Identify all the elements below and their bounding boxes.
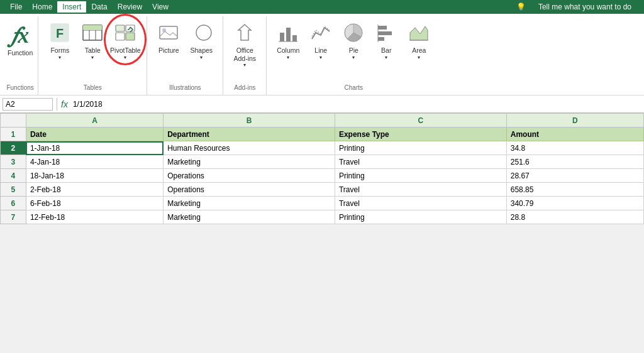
addins-group-label: Add-ins xyxy=(223,84,266,91)
bar-chart-icon xyxy=(374,20,399,45)
table-cell[interactable]: Human Resources xyxy=(164,141,335,155)
menu-home[interactable]: Home xyxy=(27,1,57,13)
table-cell[interactable]: 340.79 xyxy=(506,197,643,210)
table-cell[interactable]: Date xyxy=(26,128,163,141)
area-chart-label: Area xyxy=(412,46,426,55)
ribbon-group-tables: F Forms ▾ xyxy=(38,16,147,95)
spreadsheet: A B C D 1DateDepartmentExpense TypeAmoun… xyxy=(0,113,644,224)
svg-rect-17 xyxy=(292,35,297,41)
table-cell[interactable]: 18-Jan-18 xyxy=(26,169,163,183)
table-cell[interactable]: Amount xyxy=(506,128,643,141)
pie-chart-button[interactable]: Pie ▾ xyxy=(337,19,370,62)
office-addins-button[interactable]: Office Add-ins ▾ xyxy=(228,19,261,69)
table-cell[interactable]: Printing xyxy=(335,169,506,183)
svg-rect-20 xyxy=(378,26,387,30)
table-arrow: ▾ xyxy=(91,55,94,60)
table-row[interactable]: 34-Jan-18MarketingTravel251.6 xyxy=(1,155,644,169)
table-cell[interactable]: 4-Jan-18 xyxy=(26,155,163,169)
office-addins-arrow: ▾ xyxy=(243,62,246,68)
table-cell[interactable]: 34.8 xyxy=(506,141,643,155)
table-cell[interactable]: Operations xyxy=(164,169,335,183)
table-cell[interactable]: Printing xyxy=(335,141,506,155)
pivot-table-label: PivotTable xyxy=(110,46,140,55)
row-number: 6 xyxy=(1,197,26,210)
table-label: Table xyxy=(85,46,101,55)
picture-icon xyxy=(156,20,181,45)
table-row[interactable]: 712-Feb-18MarketingPrinting28.8 xyxy=(1,210,644,224)
shapes-button[interactable]: Shapes ▾ xyxy=(185,19,218,62)
line-chart-button[interactable]: Line ▾ xyxy=(304,19,337,62)
svg-rect-16 xyxy=(286,28,291,41)
tell-me-bar[interactable]: 💡 Tell me what you want to do xyxy=(504,0,644,14)
svg-rect-9 xyxy=(116,33,125,40)
table-cell[interactable]: 2-Feb-18 xyxy=(26,183,163,197)
row-number: 2 xyxy=(1,141,26,155)
pivot-table-arrow: ▾ xyxy=(124,55,126,60)
table-cell[interactable]: Marketing xyxy=(164,155,335,169)
area-chart-button[interactable]: Area ▾ xyxy=(402,19,435,62)
forms-button[interactable]: F Forms ▾ xyxy=(43,19,76,62)
table-cell[interactable]: Expense Type xyxy=(335,128,506,141)
line-chart-arrow: ▾ xyxy=(319,55,322,60)
menu-file[interactable]: File xyxy=(5,1,27,13)
ribbon-group-functions: 𝑓x Function Functions xyxy=(3,16,38,95)
table-cell[interactable]: 28.67 xyxy=(506,169,643,183)
row-number: 3 xyxy=(1,155,26,169)
table-cell[interactable]: Marketing xyxy=(164,210,335,224)
column-chart-label: Column xyxy=(277,46,299,55)
svg-marker-14 xyxy=(238,24,251,40)
table-cell[interactable]: 251.6 xyxy=(506,155,643,169)
table-cell[interactable]: Travel xyxy=(335,155,506,169)
bar-chart-label: Bar xyxy=(381,46,391,55)
bar-chart-arrow: ▾ xyxy=(385,55,387,60)
col-header-b[interactable]: B xyxy=(164,114,335,128)
svg-rect-11 xyxy=(160,26,177,39)
table-cell[interactable]: 1-Jan-18 xyxy=(26,141,163,155)
table-cell[interactable]: Operations xyxy=(164,183,335,197)
function-label[interactable]: Function xyxy=(8,49,33,57)
ribbon-group-addins: Office Add-ins ▾ Add-ins xyxy=(223,16,267,95)
ribbon: 𝑓x Function Functions F Forms xyxy=(0,14,644,95)
table-row[interactable]: 1DateDepartmentExpense TypeAmount xyxy=(1,128,644,141)
table-cell[interactable]: Travel xyxy=(335,183,506,197)
formula-divider xyxy=(57,98,57,111)
table-cell[interactable]: Marketing xyxy=(164,197,335,210)
col-header-c[interactable]: C xyxy=(335,114,506,128)
picture-button[interactable]: Picture xyxy=(152,19,185,56)
pivot-table-button[interactable]: PivotTable ▾ xyxy=(109,19,142,62)
pie-chart-icon xyxy=(341,20,366,45)
table-row[interactable]: 66-Feb-18MarketingTravel340.79 xyxy=(1,197,644,210)
table-row[interactable]: 21-Jan-18Human ResourcesPrinting34.8 xyxy=(1,141,644,155)
table-cell[interactable]: 12-Feb-18 xyxy=(26,210,163,224)
svg-point-13 xyxy=(196,25,211,40)
row-number: 4 xyxy=(1,169,26,183)
formula-input[interactable] xyxy=(73,100,641,109)
menu-review[interactable]: Review xyxy=(113,1,147,13)
table-cell[interactable]: 6-Feb-18 xyxy=(26,197,163,210)
forms-arrow: ▾ xyxy=(58,55,61,60)
cell-reference[interactable] xyxy=(3,98,53,111)
table-cell[interactable]: Printing xyxy=(335,210,506,224)
column-chart-button[interactable]: Column ▾ xyxy=(272,19,304,62)
table-cell[interactable]: Department xyxy=(164,128,335,141)
menu-insert[interactable]: Insert xyxy=(57,1,86,13)
table-row[interactable]: 52-Feb-18OperationsTravel658.85 xyxy=(1,183,644,197)
menu-view[interactable]: View xyxy=(147,1,174,13)
row-number: 7 xyxy=(1,210,26,224)
shapes-icon xyxy=(189,20,214,45)
svg-text:F: F xyxy=(56,26,64,40)
office-addins-label: Office Add-ins xyxy=(233,46,256,62)
table-button[interactable]: Table ▾ xyxy=(76,19,109,62)
table-cell[interactable]: 28.8 xyxy=(506,210,643,224)
table-row[interactable]: 418-Jan-18OperationsPrinting28.67 xyxy=(1,169,644,183)
bar-chart-button[interactable]: Bar ▾ xyxy=(370,19,402,62)
menu-data[interactable]: Data xyxy=(86,1,112,13)
table-cell[interactable]: Travel xyxy=(335,197,506,210)
svg-rect-15 xyxy=(280,33,284,41)
pivot-table-icon xyxy=(113,20,138,45)
formula-bar: fx xyxy=(0,95,644,113)
col-header-d[interactable]: D xyxy=(506,114,643,128)
area-chart-arrow: ▾ xyxy=(418,55,420,60)
col-header-a[interactable]: A xyxy=(26,114,163,128)
table-cell[interactable]: 658.85 xyxy=(506,183,643,197)
